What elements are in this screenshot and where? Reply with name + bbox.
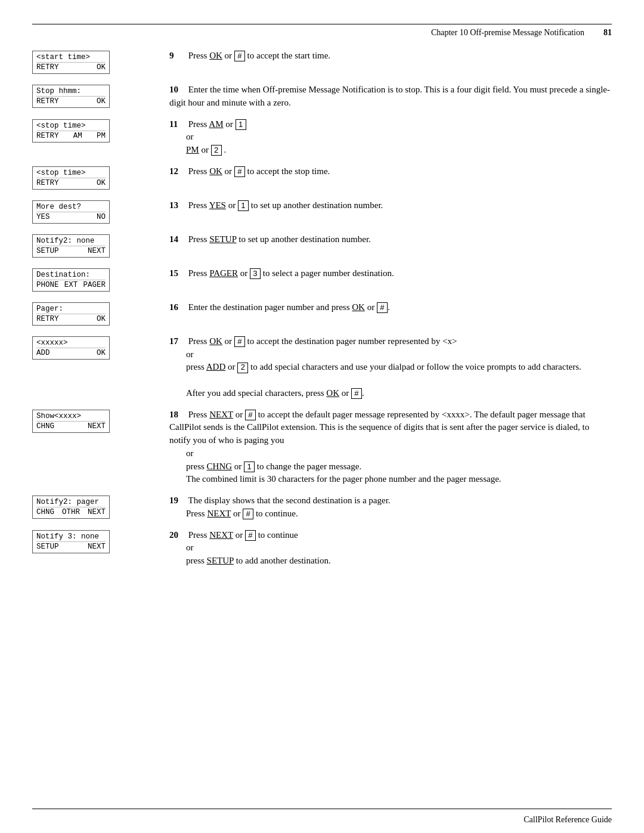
lcd-line2: RETRYOK — [36, 96, 106, 106]
lcd-line1: More dest? — [36, 203, 106, 212]
step-10-content: 10 Enter the time when Off-premise Messa… — [157, 83, 612, 110]
step-13-lcd: More dest? YESNO — [32, 200, 110, 224]
lcd-line2: ADDOK — [36, 348, 106, 357]
step-15-text: Press PAGER or 3 to select a pager numbe… — [188, 268, 394, 278]
step-number-9: 9 — [169, 51, 186, 61]
page-number: 81 — [603, 28, 612, 38]
lcd-line1: Pager: — [36, 305, 106, 314]
step-18-row: Show<xxxx> CHNGNEXT 18 Press NEXT or # t… — [32, 408, 612, 487]
step-16-row: Pager: RETRYOK 16 Enter the destination … — [32, 301, 612, 327]
step-16-text: Enter the destination pager number and p… — [188, 302, 390, 312]
step-12-lcd-col: <stop time> RETRYOK — [32, 165, 157, 191]
step-12-text: Press OK or # to accept the stop time. — [188, 166, 330, 176]
step-9-text: Press OK or # to accept the start time. — [188, 51, 330, 60]
step-14-content: 14 Press SETUP to set up another destina… — [157, 233, 612, 246]
step-9-content: 9 Press OK or # to accept the start time… — [157, 49, 612, 63]
step-20-text: 20 Press NEXT or # to continue or press … — [169, 529, 612, 568]
lcd-line2: SETUPNEXT — [36, 541, 106, 551]
step-10-lcd: Stop hhmm: RETRYOK — [32, 85, 110, 108]
lcd-line1: Stop hhmm: — [36, 87, 106, 96]
step-number-19: 19 — [169, 494, 186, 507]
step-19-lcd-col: Notify2: pager CHNGOTHRNEXT — [32, 494, 157, 520]
step-14-lcd: Notify2: none SETUPNEXT — [32, 234, 110, 258]
lcd-line1: <xxxxx> — [36, 339, 106, 348]
step-11-content: 11 Press AM or 1 or PM or 2 . — [157, 118, 612, 157]
step-14-row: Notify2: none SETUPNEXT 14 Press SETUP t… — [32, 233, 612, 259]
step-19-text: 19 The display shows that the second des… — [169, 494, 612, 521]
step-number-18: 18 — [169, 408, 186, 422]
step-number-13: 13 — [169, 200, 186, 210]
step-number-15: 15 — [169, 268, 186, 278]
step-19-lcd: Notify2: pager CHNGOTHRNEXT — [32, 496, 110, 519]
lcd-line2: PHONEEXTPAGER — [36, 280, 106, 289]
step-15-content: 15 Press PAGER or 3 to select a pager nu… — [157, 267, 612, 280]
step-12-row: <stop time> RETRYOK 12 Press OK or # to … — [32, 165, 612, 191]
step-12-lcd: <stop time> RETRYOK — [32, 166, 110, 190]
step-17-lcd-col: <xxxxx> ADDOK — [32, 335, 157, 361]
step-19-content: 19 The display shows that the second des… — [157, 494, 612, 521]
step-17-lcd: <xxxxx> ADDOK — [32, 336, 110, 360]
step-number-17: 17 — [169, 335, 186, 348]
step-11-row: <stop time> RETRYAMPM 11 Press AM or 1 o… — [32, 118, 612, 157]
lcd-line2: SETUPNEXT — [36, 246, 106, 255]
step-18-lcd-col: Show<xxxx> CHNGNEXT — [32, 408, 157, 434]
step-10-row: Stop hhmm: RETRYOK 10 Enter the time whe… — [32, 83, 612, 110]
step-17-text: 17 Press OK or # to accept the destinati… — [169, 335, 612, 400]
step-11-lcd: <stop time> RETRYAMPM — [32, 119, 110, 143]
step-9-lcd-col: <start time> RETRYOK — [32, 49, 157, 75]
step-14-text: Press SETUP to set up another destinatio… — [188, 234, 371, 244]
step-14-lcd-col: Notify2: none SETUPNEXT — [32, 233, 157, 259]
step-9-row: <start time> RETRYOK 9 Press OK or # to … — [32, 49, 612, 75]
step-15-lcd-col: Destination: PHONEEXTPAGER — [32, 267, 157, 293]
page-footer: CallPilot Reference Guide — [524, 815, 612, 825]
step-17-row: <xxxxx> ADDOK 17 Press OK or # to accept… — [32, 335, 612, 400]
hash-kbd: # — [234, 51, 245, 61]
lcd-line2: RETRYOK — [36, 178, 106, 187]
step-13-lcd-col: More dest? YESNO — [32, 199, 157, 225]
lcd-line1: <stop time> — [36, 169, 106, 178]
chapter-title: Chapter 10 Off-premise Message Notificat… — [431, 28, 584, 38]
step-11-text: 11 Press AM or 1 or PM or 2 . — [169, 118, 612, 157]
step-10-text: Enter the time when Off-premise Message … — [169, 85, 610, 107]
step-12-content: 12 Press OK or # to accept the stop time… — [157, 165, 612, 178]
lcd-line1: <start time> — [36, 53, 106, 62]
lcd-line2: RETRYOK — [36, 62, 106, 72]
step-15-lcd: Destination: PHONEEXTPAGER — [32, 268, 110, 292]
step-19-row: Notify2: pager CHNGOTHRNEXT 19 The displ… — [32, 494, 612, 521]
step-number-16: 16 — [169, 302, 186, 312]
step-number-10: 10 — [169, 85, 186, 95]
step-number-20: 20 — [169, 529, 186, 542]
lcd-line1: Destination: — [36, 271, 106, 280]
step-18-text: 18 Press NEXT or # to accept the default… — [169, 408, 612, 487]
step-16-lcd: Pager: RETRYOK — [32, 302, 110, 326]
step-number-12: 12 — [169, 166, 186, 176]
step-number-11: 11 — [169, 118, 186, 131]
lcd-line2: RETRYAMPM — [36, 131, 106, 140]
lcd-line2: CHNGNEXT — [36, 421, 106, 431]
step-20-lcd: Notify 3: none SETUPNEXT — [32, 530, 110, 553]
lcd-line2: CHNGOTHRNEXT — [36, 507, 106, 516]
step-20-content: 20 Press NEXT or # to continue or press … — [157, 529, 612, 568]
page-header: Chapter 10 Off-premise Message Notificat… — [0, 24, 644, 44]
step-20-lcd-col: Notify 3: none SETUPNEXT — [32, 529, 157, 555]
step-13-content: 13 Press YES or 1 to set up another dest… — [157, 199, 612, 212]
step-number-14: 14 — [169, 234, 186, 244]
step-20-row: Notify 3: none SETUPNEXT 20 Press NEXT o… — [32, 529, 612, 568]
lcd-line1: <stop time> — [36, 122, 106, 131]
step-18-content: 18 Press NEXT or # to accept the default… — [157, 408, 612, 487]
step-13-row: More dest? YESNO 13 Press YES or 1 to se… — [32, 199, 612, 225]
lcd-line1: Show<xxxx> — [36, 412, 106, 421]
lcd-line2: YESNO — [36, 212, 106, 221]
step-9-lcd: <start time> RETRYOK — [32, 51, 110, 74]
step-18-lcd: Show<xxxx> CHNGNEXT — [32, 410, 110, 433]
step-17-content: 17 Press OK or # to accept the destinati… — [157, 335, 612, 400]
step-16-content: 16 Enter the destination pager number an… — [157, 301, 612, 314]
step-13-text: Press YES or 1 to set up another destina… — [188, 200, 383, 210]
content-area: <start time> RETRYOK 9 Press OK or # to … — [0, 44, 644, 600]
lcd-line1: Notify2: none — [36, 237, 106, 246]
step-15-row: Destination: PHONEEXTPAGER 15 Press PAGE… — [32, 267, 612, 293]
ok-underline: OK — [209, 51, 222, 60]
lcd-line1: Notify2: pager — [36, 498, 106, 507]
step-11-lcd-col: <stop time> RETRYAMPM — [32, 118, 157, 144]
lcd-line2: RETRYOK — [36, 314, 106, 323]
